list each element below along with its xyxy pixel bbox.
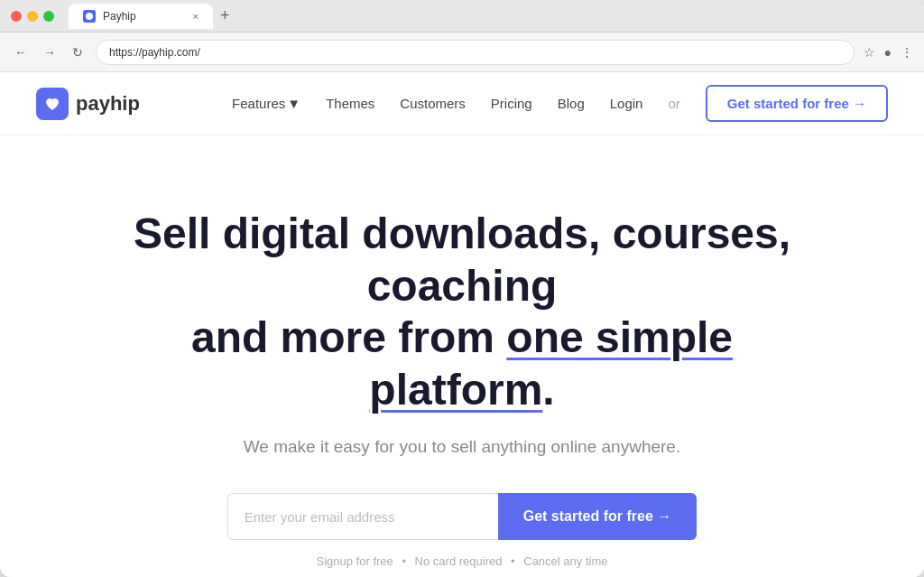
menu-icon[interactable]: ⋮ bbox=[901, 45, 913, 60]
fine-print-part1: Signup for free bbox=[317, 554, 393, 568]
new-tab-button[interactable]: + bbox=[220, 6, 230, 25]
close-tab-button[interactable]: × bbox=[193, 11, 199, 22]
email-input[interactable] bbox=[227, 493, 498, 540]
themes-link[interactable]: Themes bbox=[326, 96, 374, 111]
nav-separator: or bbox=[668, 96, 679, 112]
nav-item-themes[interactable]: Themes bbox=[326, 96, 374, 112]
nav-links: Features ▼ Themes Customers Pric bbox=[232, 85, 888, 122]
headline-end: . bbox=[542, 366, 554, 414]
url-text: https://payhip.com/ bbox=[109, 46, 200, 59]
maximize-window-button[interactable] bbox=[43, 11, 54, 22]
tab-bar: Payhip × + bbox=[69, 4, 913, 29]
close-window-button[interactable] bbox=[11, 11, 22, 22]
nav-cta-item[interactable]: Get started for free → bbox=[706, 85, 888, 122]
minimize-window-button[interactable] bbox=[27, 11, 38, 22]
fine-print-dot1: • bbox=[402, 554, 406, 568]
nav-item-customers[interactable]: Customers bbox=[400, 96, 466, 112]
blog-label: Blog bbox=[558, 96, 585, 111]
logo-link[interactable]: payhip bbox=[36, 88, 140, 120]
account-icon[interactable]: ● bbox=[884, 45, 892, 60]
site-nav: payhip Features ▼ Themes Customers bbox=[0, 72, 924, 135]
tab-title: Payhip bbox=[103, 10, 136, 23]
page-content: payhip Features ▼ Themes Customers bbox=[0, 72, 924, 577]
login-label: Login bbox=[610, 96, 643, 111]
features-dropdown-icon: ▼ bbox=[287, 96, 300, 111]
forward-button[interactable]: → bbox=[40, 42, 60, 63]
browser-window: Payhip × + ← → ↻ https://payhip.com/ ☆ ●… bbox=[0, 0, 924, 577]
browser-toolbar: ← → ↻ https://payhip.com/ ☆ ● ⋮ bbox=[0, 33, 924, 72]
logo-icon bbox=[36, 88, 69, 120]
features-link[interactable]: Features ▼ bbox=[232, 96, 300, 111]
login-link[interactable]: Login bbox=[610, 96, 643, 111]
features-label: Features bbox=[232, 96, 285, 111]
hero-cta-button[interactable]: Get started for free → bbox=[498, 493, 697, 540]
blog-link[interactable]: Blog bbox=[558, 96, 585, 111]
fine-print-part2: No card required bbox=[415, 554, 503, 568]
pricing-label: Pricing bbox=[491, 96, 532, 111]
fine-print-dot2: • bbox=[511, 554, 515, 568]
pricing-link[interactable]: Pricing bbox=[491, 96, 532, 111]
address-bar[interactable]: https://payhip.com/ bbox=[96, 40, 855, 65]
nav-item-pricing[interactable]: Pricing bbox=[491, 96, 532, 112]
customers-link[interactable]: Customers bbox=[400, 96, 466, 111]
hero-headline: Sell digital downloads, courses, coachin… bbox=[110, 208, 814, 415]
hero-section: Sell digital downloads, courses, coachin… bbox=[0, 135, 924, 577]
browser-titlebar: Payhip × + bbox=[0, 0, 924, 33]
nav-item-blog[interactable]: Blog bbox=[558, 96, 585, 112]
tab-favicon bbox=[83, 10, 96, 23]
fine-print: Signup for free • No card required • Can… bbox=[317, 554, 608, 568]
nav-item-features[interactable]: Features ▼ bbox=[232, 96, 300, 111]
refresh-button[interactable]: ↻ bbox=[69, 42, 87, 63]
svg-point-0 bbox=[86, 13, 93, 20]
browser-tab[interactable]: Payhip × bbox=[69, 4, 213, 29]
traffic-lights bbox=[11, 11, 54, 22]
toolbar-icons: ☆ ● ⋮ bbox=[864, 45, 913, 60]
headline-line1: Sell digital downloads, courses, coachin… bbox=[134, 209, 790, 310]
logo-text: payhip bbox=[76, 92, 140, 116]
back-button[interactable]: ← bbox=[11, 42, 31, 63]
hero-subtext: We make it easy for you to sell anything… bbox=[244, 437, 680, 457]
bookmark-icon[interactable]: ☆ bbox=[864, 45, 875, 60]
fine-print-part3: Cancel any time bbox=[523, 554, 607, 568]
nav-item-login[interactable]: Login bbox=[610, 96, 643, 112]
customers-label: Customers bbox=[400, 96, 466, 111]
hero-form: Get started for free → bbox=[227, 493, 697, 540]
nav-cta-button[interactable]: Get started for free → bbox=[706, 85, 888, 122]
themes-label: Themes bbox=[326, 96, 374, 111]
headline-line2-prefix: and more from bbox=[191, 313, 506, 361]
